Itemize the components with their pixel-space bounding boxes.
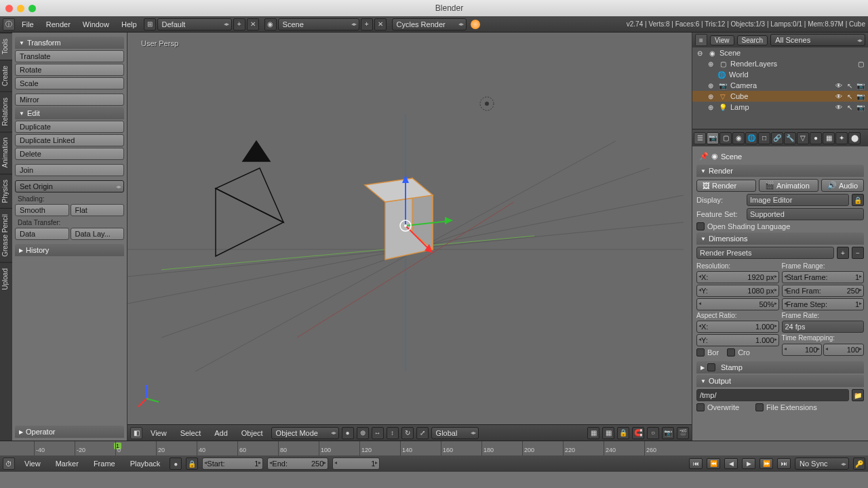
editor-type-properties-icon[interactable]: ☰ — [694, 132, 706, 144]
outliner-scene[interactable]: ⊖◉Scene — [692, 47, 868, 58]
scene-add-icon[interactable]: + — [361, 18, 373, 30]
layers-2-icon[interactable]: ▦ — [602, 427, 614, 439]
pin-icon[interactable]: 📌 — [699, 152, 709, 161]
overwrite-checkbox[interactable] — [696, 403, 705, 411]
3d-menu-view[interactable]: View — [145, 428, 172, 439]
scale-button[interactable]: Scale — [15, 77, 124, 89]
delete-button[interactable]: Delete — [15, 148, 124, 160]
outliner-cube[interactable]: ⊕▽Cube👁↖📷 — [692, 91, 868, 102]
duplicate-linked-button[interactable]: Duplicate Linked — [15, 134, 124, 146]
cursor-icon[interactable]: ↖ — [845, 102, 854, 112]
panel-operator[interactable]: Operator — [15, 426, 124, 438]
screen-delete-icon[interactable]: ✕ — [247, 18, 259, 30]
manipulator-toggle-icon[interactable]: ↔ — [372, 427, 384, 439]
scene-browse-icon[interactable]: ◉ — [264, 18, 277, 30]
frame-step-field[interactable]: Frame Step:1 — [782, 298, 865, 310]
play-icon[interactable]: ▶ — [742, 458, 755, 469]
tl-menu-view[interactable]: View — [19, 458, 46, 469]
pivot-icon[interactable]: ⊕ — [357, 427, 369, 439]
outliner-world[interactable]: 🌐World — [692, 69, 868, 80]
ptab-material[interactable]: ● — [810, 132, 822, 144]
res-x-field[interactable]: X:1920 px — [696, 271, 779, 283]
keyframe-next-icon[interactable]: ⏩ — [760, 458, 773, 469]
aspect-x-field[interactable]: X:1.000 — [696, 321, 779, 333]
feature-dropdown[interactable]: Supported — [747, 208, 864, 220]
ptab-scene[interactable]: ◉ — [732, 132, 745, 144]
res-pct-field[interactable]: 50% — [696, 298, 779, 310]
manipulator-rotate-icon[interactable]: ↻ — [401, 427, 414, 439]
editor-type-3dview-icon[interactable]: ◧ — [130, 427, 142, 439]
border-checkbox[interactable] — [696, 348, 705, 357]
ptab-modifiers[interactable]: 🔧 — [784, 132, 796, 144]
data-button[interactable]: Data — [15, 228, 69, 240]
eye-icon[interactable]: 👁 — [834, 92, 844, 101]
3d-menu-object[interactable]: Object — [236, 428, 269, 439]
file-browser-icon[interactable]: 📁 — [852, 389, 864, 401]
display-dropdown[interactable]: Image Editor — [747, 194, 849, 206]
editor-type-icon[interactable]: ⓘ — [3, 18, 15, 30]
duplicate-button[interactable]: Duplicate — [15, 121, 124, 133]
menu-file[interactable]: File — [16, 19, 39, 30]
mirror-button[interactable]: Mirror — [15, 94, 124, 106]
ptab-data[interactable]: ▽ — [797, 132, 809, 144]
render-icon[interactable]: 📷 — [856, 92, 865, 101]
vtab-tools[interactable]: Tools — [0, 33, 12, 60]
outliner-view[interactable]: View — [710, 35, 734, 45]
panel-history[interactable]: History — [15, 244, 124, 256]
audio-button[interactable]: 🔊Audio — [821, 179, 864, 192]
cursor-icon[interactable]: ↖ — [845, 92, 854, 101]
ptab-object[interactable]: □ — [758, 132, 770, 144]
preset-add-icon[interactable]: + — [837, 247, 849, 259]
tl-menu-frame[interactable]: Frame — [88, 458, 121, 469]
ptab-physics[interactable]: ⬤ — [848, 132, 861, 144]
render-anim-icon[interactable]: 🎬 — [677, 427, 689, 439]
editor-type-outliner-icon[interactable]: ≡ — [695, 34, 707, 46]
keyframe-type-icon[interactable]: 🔒 — [186, 458, 198, 470]
lock-camera-icon[interactable]: 🔒 — [617, 427, 629, 439]
3d-viewport[interactable]: User Persp — [127, 33, 692, 441]
scene-dropdown[interactable]: Scene — [278, 18, 359, 30]
data-layout-button[interactable]: Data Lay... — [71, 228, 125, 240]
3d-menu-add[interactable]: Add — [209, 428, 233, 439]
outliner[interactable]: ⊖◉Scene ⊕▢RenderLayers▢ 🌐World ⊕📷Camera👁… — [692, 47, 868, 129]
panel-transform[interactable]: Transform — [15, 37, 124, 49]
ptab-renderlayers[interactable]: ▢ — [719, 132, 732, 144]
auto-keyframe-icon[interactable]: ● — [170, 458, 182, 470]
render-button[interactable]: 🖼Render — [696, 180, 756, 192]
proportional-icon[interactable]: ○ — [647, 427, 659, 439]
render-icon[interactable]: 📷 — [856, 81, 865, 90]
tl-current-field[interactable]: 1 — [332, 458, 380, 470]
play-reverse-icon[interactable]: ◀ — [724, 458, 738, 469]
mode-dropdown[interactable]: Object Mode — [271, 427, 339, 439]
join-button[interactable]: Join — [15, 164, 124, 176]
3d-menu-select[interactable]: Select — [175, 428, 207, 439]
render-preview-icon[interactable]: 📷 — [662, 427, 674, 439]
end-frame-field[interactable]: End Fram:250 — [782, 285, 865, 297]
outliner-lamp[interactable]: ⊕💡Lamp👁↖📷 — [692, 102, 868, 113]
cursor-icon[interactable]: ↖ — [845, 81, 854, 90]
eye-icon[interactable]: 👁 — [834, 102, 844, 112]
screen-browse-icon[interactable]: ⊞ — [144, 18, 156, 30]
layers-icon[interactable]: ▦ — [587, 427, 599, 439]
start-frame-field[interactable]: Start Frame:1 — [782, 271, 865, 283]
editor-type-timeline-icon[interactable]: ⏱ — [3, 458, 15, 470]
timeline-ruler[interactable]: 1 -40-2002040608010012014016018020022024… — [0, 441, 868, 456]
render-engine-dropdown[interactable]: Cycles Render — [392, 18, 467, 30]
rotate-button[interactable]: Rotate — [15, 64, 124, 76]
vtab-physics[interactable]: Physics — [0, 174, 12, 208]
vtab-grease-pencil[interactable]: Grease Pencil — [0, 208, 12, 262]
outliner-filter-dropdown[interactable]: All Scenes — [770, 34, 865, 46]
sync-dropdown[interactable]: No Sync — [795, 458, 849, 470]
vtab-create[interactable]: Create — [0, 60, 12, 92]
preset-remove-icon[interactable]: − — [852, 247, 864, 259]
ptab-texture[interactable]: ▦ — [823, 132, 835, 144]
tl-start-field[interactable]: Start:1 — [202, 458, 263, 470]
render-icon[interactable]: 📷 — [856, 102, 865, 112]
ptab-particles[interactable]: ✦ — [835, 132, 848, 144]
file-ext-checkbox[interactable] — [755, 403, 764, 411]
render-presets-dropdown[interactable]: Render Presets — [696, 247, 834, 259]
stamp-checkbox[interactable] — [707, 363, 715, 371]
tl-menu-playback[interactable]: Playback — [125, 458, 166, 469]
keying-set-icon[interactable]: 🔑 — [853, 458, 865, 470]
ptab-world[interactable]: 🌐 — [745, 132, 757, 144]
